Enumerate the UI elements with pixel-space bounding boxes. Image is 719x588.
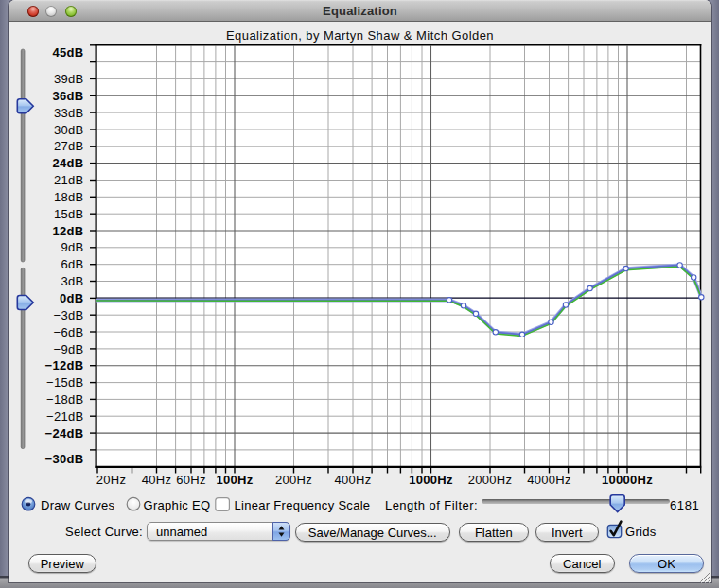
svg-text:−21dB: −21dB <box>46 409 83 424</box>
svg-text:15dB: 15dB <box>54 207 84 221</box>
svg-text:20Hz: 20Hz <box>96 473 127 487</box>
svg-text:60Hz: 60Hz <box>176 473 206 487</box>
svg-text:−12dB: −12dB <box>45 358 84 372</box>
svg-text:1000Hz: 1000Hz <box>409 473 453 487</box>
svg-text:2000Hz: 2000Hz <box>468 473 513 487</box>
svg-text:−3dB: −3dB <box>54 308 84 322</box>
svg-text:12dB: 12dB <box>53 224 84 238</box>
svg-text:4000Hz: 4000Hz <box>527 473 571 487</box>
svg-text:30dB: 30dB <box>54 123 84 137</box>
svg-text:3dB: 3dB <box>61 274 83 288</box>
svg-text:−30dB: −30dB <box>45 452 84 466</box>
svg-text:−24dB: −24dB <box>45 426 84 441</box>
svg-text:10000Hz: 10000Hz <box>602 473 653 487</box>
svg-text:−15dB: −15dB <box>46 375 83 389</box>
svg-text:−18dB: −18dB <box>46 392 83 406</box>
svg-text:24dB: 24dB <box>53 156 84 170</box>
svg-text:−9dB: −9dB <box>54 342 84 356</box>
svg-text:36dB: 36dB <box>53 89 84 103</box>
svg-text:40Hz: 40Hz <box>142 473 172 487</box>
svg-text:27dB: 27dB <box>54 139 84 153</box>
svg-text:−6dB: −6dB <box>54 325 84 339</box>
svg-text:0dB: 0dB <box>60 291 83 305</box>
svg-text:33dB: 33dB <box>54 106 84 120</box>
svg-text:100Hz: 100Hz <box>216 473 253 487</box>
svg-text:18dB: 18dB <box>54 190 84 204</box>
svg-text:21dB: 21dB <box>54 173 84 187</box>
svg-text:39dB: 39dB <box>54 72 84 86</box>
svg-text:45dB: 45dB <box>53 45 84 60</box>
svg-text:200Hz: 200Hz <box>275 473 312 487</box>
svg-text:9dB: 9dB <box>61 240 83 254</box>
svg-text:6dB: 6dB <box>61 257 83 271</box>
svg-text:400Hz: 400Hz <box>334 473 371 487</box>
